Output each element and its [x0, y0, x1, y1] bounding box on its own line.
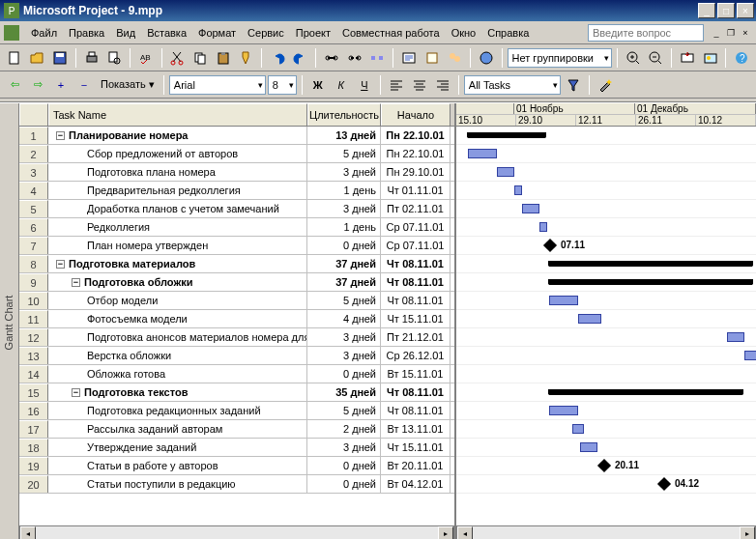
task-name-cell[interactable]: Статьи поступили в редакцию	[48, 475, 307, 493]
task-name-cell[interactable]: Подготовка редакционных заданий	[48, 402, 307, 419]
start-cell[interactable]: Пн 29.10.01	[381, 163, 451, 181]
duration-cell[interactable]: 0 дней	[307, 237, 381, 254]
table-row[interactable]: 20Статьи поступили в редакцию0 днейВт 04…	[19, 475, 454, 494]
menu-help[interactable]: Справка	[481, 25, 535, 41]
gantt-row[interactable]	[456, 145, 756, 163]
outline-collapse-icon[interactable]: −	[56, 260, 65, 269]
cut-button[interactable]	[167, 47, 189, 69]
table-row[interactable]: 13Верстка обложки3 днейСр 26.12.01	[19, 347, 454, 365]
gantt-row[interactable]	[456, 365, 756, 383]
row-number[interactable]: 13	[19, 347, 48, 364]
gantt-row[interactable]: 20.11	[456, 457, 756, 475]
gantt-bar[interactable]	[744, 351, 756, 360]
unlink-button[interactable]	[344, 47, 365, 69]
help-button[interactable]: ?	[731, 47, 752, 69]
gantt-row[interactable]	[456, 218, 756, 237]
start-cell[interactable]: Чт 15.11.01	[381, 310, 451, 327]
gantt-bar[interactable]	[549, 296, 578, 305]
copy-picture-button[interactable]	[700, 47, 721, 69]
collapse-button[interactable]: −	[73, 74, 95, 96]
minimize-button[interactable]: _	[698, 3, 715, 18]
gantt-bar[interactable]	[727, 332, 744, 342]
start-cell[interactable]: Вт 15.11.01	[381, 365, 451, 383]
row-number[interactable]: 9	[19, 273, 48, 291]
duration-cell[interactable]: 5 дней	[307, 402, 381, 419]
row-number[interactable]: 19	[19, 457, 48, 474]
row-number[interactable]: 8	[19, 255, 48, 272]
outline-collapse-icon[interactable]: −	[56, 131, 65, 140]
gantt-row[interactable]	[456, 420, 756, 439]
row-number[interactable]: 10	[19, 292, 48, 309]
redo-button[interactable]	[290, 47, 311, 69]
gantt-row[interactable]	[456, 163, 756, 182]
copy-button[interactable]	[189, 47, 211, 69]
menu-project[interactable]: Проект	[290, 25, 336, 41]
task-name-cell[interactable]: Обложка готова	[48, 365, 307, 383]
duration-cell[interactable]: 0 дней	[307, 475, 381, 493]
link-button[interactable]	[321, 47, 342, 69]
gantt-bar[interactable]	[578, 314, 601, 324]
task-info-button[interactable]	[398, 47, 420, 69]
start-cell[interactable]: Чт 08.11.01	[381, 292, 451, 309]
scroll-right-icon[interactable]: ▸	[438, 526, 453, 539]
start-cell[interactable]: Чт 08.11.01	[381, 383, 451, 401]
goto-task-button[interactable]	[677, 47, 698, 69]
print-preview-button[interactable]	[103, 47, 125, 69]
duration-cell[interactable]: 3 дней	[307, 439, 381, 456]
menu-window[interactable]: Окно	[446, 25, 482, 41]
scroll-left-icon[interactable]: ◂	[457, 526, 473, 539]
task-name-cell[interactable]: Верстка обложки	[48, 347, 307, 364]
start-cell[interactable]: Ср 07.11.01	[381, 237, 451, 254]
paste-button[interactable]	[213, 47, 234, 69]
scroll-right-icon[interactable]: ▸	[740, 526, 755, 539]
duration-cell[interactable]: 1 день	[307, 182, 381, 199]
zoom-out-button[interactable]	[645, 47, 666, 69]
table-row[interactable]: 2Сбор предложений от авторов5 днейПн 22.…	[19, 145, 454, 163]
gantt-milestone[interactable]	[657, 477, 671, 491]
row-number[interactable]: 2	[19, 145, 48, 162]
task-name-cell[interactable]: −Планирование номера	[48, 127, 307, 144]
start-cell[interactable]: Вт 13.11.01	[381, 420, 451, 438]
task-name-cell[interactable]: План номера утвержден	[48, 237, 307, 254]
col-header-task[interactable]: Task Name	[48, 103, 307, 126]
duration-cell[interactable]: 3 дней	[307, 328, 381, 346]
task-name-cell[interactable]: −Подготовка материалов	[48, 255, 307, 272]
undo-button[interactable]	[267, 47, 288, 69]
table-row[interactable]: 10Отбор модели5 днейЧт 08.11.01	[19, 292, 454, 310]
task-notes-button[interactable]	[422, 47, 443, 69]
gantt-row[interactable]	[456, 182, 756, 200]
font-combo[interactable]: Arial	[169, 75, 266, 95]
outline-collapse-icon[interactable]: −	[72, 388, 80, 397]
open-button[interactable]	[27, 47, 48, 69]
maximize-button[interactable]: □	[717, 3, 735, 18]
align-left-button[interactable]	[386, 74, 407, 96]
gantt-row[interactable]	[456, 383, 756, 402]
gantt-bar[interactable]	[539, 222, 547, 232]
start-cell[interactable]: Пн 22.10.01	[381, 127, 451, 144]
gantt-bar[interactable]	[549, 406, 578, 415]
gantt-milestone[interactable]	[543, 239, 557, 252]
gantt-row[interactable]: 07.11	[456, 237, 756, 255]
filter-combo[interactable]: All Tasks	[464, 75, 561, 95]
table-row[interactable]: 12Подготовка анонсов материалов номера д…	[19, 328, 454, 347]
duration-cell[interactable]: 35 дней	[307, 383, 381, 401]
col-header-start[interactable]: Начало	[381, 103, 451, 126]
task-name-cell[interactable]: Подготовка плана номера	[48, 163, 307, 181]
table-row[interactable]: 16Подготовка редакционных заданий5 днейЧ…	[19, 402, 454, 420]
gantt-row[interactable]	[456, 347, 756, 365]
table-row[interactable]: 19Статьи в работе у авторов0 днейВт 20.1…	[19, 457, 454, 475]
menu-file[interactable]: Файл	[25, 25, 63, 41]
grid-hscroll[interactable]: ◂▸	[19, 525, 454, 539]
expand-button[interactable]: +	[50, 74, 72, 96]
row-number[interactable]: 18	[19, 439, 48, 456]
table-row[interactable]: 15−Подготовка текстов35 днейЧт 08.11.01	[19, 383, 454, 402]
print-button[interactable]	[81, 47, 102, 69]
table-row[interactable]: 5Доработка планов с учетом замечаний3 дн…	[19, 200, 454, 218]
start-cell[interactable]: Ср 07.11.01	[381, 218, 451, 236]
gantt-summary-bar[interactable]	[549, 279, 752, 285]
gantt-summary-bar[interactable]	[549, 261, 752, 267]
menu-view[interactable]: Вид	[110, 25, 141, 41]
start-cell[interactable]: Чт 15.11.01	[381, 439, 451, 456]
task-name-cell[interactable]: −Подготовка обложки	[48, 273, 307, 291]
row-number[interactable]: 17	[19, 420, 48, 438]
